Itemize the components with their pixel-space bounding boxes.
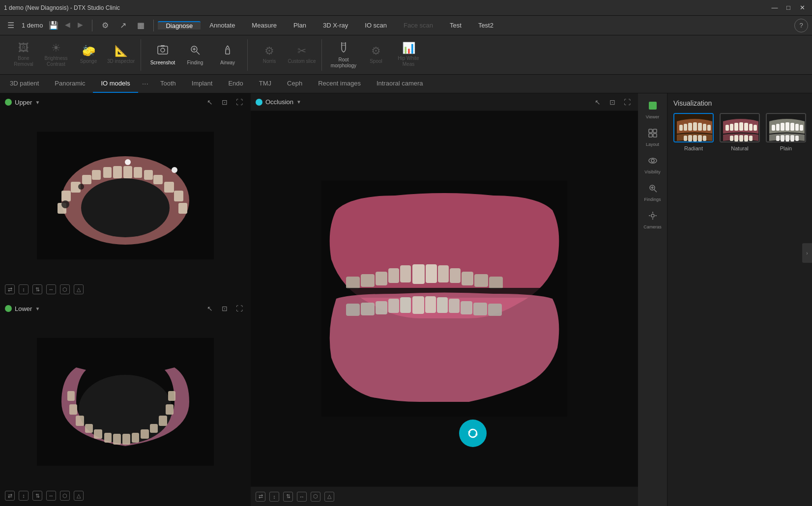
nav-tab-test[interactable]: Test (442, 21, 469, 29)
share-icon[interactable]: ↗ (116, 19, 130, 32)
bone-removal-icon: 🖼 (18, 43, 29, 54)
upper-viewer-chevron[interactable]: ▼ (35, 100, 40, 105)
lower-footer-btn-1[interactable]: ⇄ (5, 491, 15, 501)
finding-button[interactable]: Finding (179, 39, 211, 71)
sidebar-visibility-label: Visibility (644, 169, 660, 174)
brightness-button[interactable]: ☀ BrightnessContrast (40, 39, 72, 71)
tab-recent-images[interactable]: Recent images (310, 75, 369, 93)
close-button[interactable]: ✕ (796, 3, 808, 13)
window-title: 1 demo (New Diagnosis) - DTX Studio Clin… (4, 4, 120, 11)
3d-inspector-button[interactable]: 📐 3D inspector (105, 39, 137, 71)
occ-footer-btn-2[interactable]: ↕ (269, 492, 279, 502)
svg-rect-74 (649, 129, 652, 133)
occ-footer-btn-3[interactable]: ⇅ (283, 492, 293, 502)
viz-option-natural[interactable]: Natural (720, 113, 760, 151)
svg-rect-35 (104, 433, 112, 443)
bone-removal-button[interactable]: 🖼 BoneRemoval (8, 39, 39, 71)
sidebar-layout-button[interactable]: Layout (640, 125, 666, 150)
nav-tab-annotate[interactable]: Annotate (202, 21, 243, 29)
upper-footer-btn-5[interactable]: ⬡ (60, 284, 70, 294)
viz-option-radiant[interactable]: Radiant (673, 113, 714, 151)
upper-crop-button[interactable]: ⊡ (219, 96, 231, 108)
upper-viewer-content (0, 111, 250, 280)
sidebar-visibility-button[interactable]: Visibility (640, 152, 666, 178)
tab-tooth[interactable]: Tooth (152, 75, 184, 93)
nav-tab-diagnose[interactable]: Diagnose (158, 21, 201, 29)
upper-footer-btn-6[interactable]: △ (74, 284, 84, 294)
lower-footer-btn-3[interactable]: ⇅ (32, 491, 42, 501)
tab-endo[interactable]: Endo (220, 75, 251, 93)
sidebar-findings-button[interactable]: Findings (640, 180, 666, 205)
upper-fullscreen-button[interactable]: ⛶ (233, 96, 245, 108)
viz-option-plain[interactable]: Plain (766, 113, 806, 151)
upper-footer-btn-2[interactable]: ↕ (19, 284, 29, 294)
upper-viewer-dot (5, 99, 12, 106)
occlusion-footer: ⇄ ↕ ⇅ ↔ ⬡ △ (251, 486, 638, 506)
occlusion-chevron[interactable]: ▼ (296, 99, 301, 105)
maximize-button[interactable]: □ (783, 3, 794, 13)
spool-button[interactable]: ⚙ Spool (360, 39, 392, 71)
sidebar-cameras-button[interactable]: Cameras (640, 207, 666, 233)
lower-footer-btn-4[interactable]: ↔ (46, 491, 56, 501)
tab-more[interactable]: ··· (138, 75, 152, 93)
occlusion-cursor-button[interactable]: ↖ (592, 96, 604, 108)
svg-rect-117 (772, 125, 775, 131)
norris-button[interactable]: ⚙ Norris (254, 39, 285, 71)
screenshot-button[interactable]: Screenshot (147, 39, 178, 71)
occ-footer-btn-4[interactable]: ↔ (297, 492, 307, 502)
back-button[interactable]: ◀ (61, 19, 73, 30)
lower-viewer-chevron[interactable]: ▼ (35, 306, 40, 311)
lower-footer-btn-2[interactable]: ↕ (19, 491, 29, 501)
rotate-button[interactable] (459, 420, 487, 447)
svg-rect-113 (785, 122, 789, 131)
forward-button[interactable]: ▶ (74, 19, 86, 30)
lower-fullscreen-button[interactable]: ⛶ (233, 303, 245, 314)
upper-footer-btn-1[interactable]: ⇄ (5, 284, 15, 294)
nav-tab-measure[interactable]: Measure (244, 21, 285, 29)
custom-slice-button[interactable]: ✂ Custom slice (286, 39, 318, 71)
svg-rect-115 (776, 124, 780, 131)
save-button[interactable]: 💾 (47, 19, 60, 32)
collapse-right-panel-button[interactable]: › (802, 243, 812, 263)
tab-ceph[interactable]: Ceph (279, 75, 310, 93)
tab-implant[interactable]: Implant (184, 75, 221, 93)
nav-tab-plan[interactable]: Plan (286, 21, 314, 29)
lower-cursor-button[interactable]: ↖ (204, 303, 216, 314)
upper-footer-btn-4[interactable]: ↔ (46, 284, 56, 294)
title-bar: 1 demo (New Diagnosis) - DTX Studio Clin… (0, 0, 812, 16)
grid-icon[interactable]: ▦ (134, 19, 147, 32)
nav-tab-test2[interactable]: Test2 (470, 21, 501, 29)
separator2 (153, 20, 154, 31)
tab-intraoral-camera[interactable]: Intraoral camera (369, 75, 431, 93)
tab-3d-patient[interactable]: 3D patient (2, 75, 47, 93)
root-morphology-button[interactable]: Rootmorphology (328, 39, 359, 71)
hip-white-button[interactable]: 📊 Hip WhiteMeas (393, 39, 424, 71)
lower-crop-button[interactable]: ⊡ (219, 303, 231, 314)
airway-button[interactable]: Airway (212, 39, 243, 71)
hamburger-button[interactable]: ☰ (4, 19, 18, 32)
occ-footer-btn-1[interactable]: ⇄ (256, 492, 265, 502)
occlusion-fullscreen-button[interactable]: ⛶ (621, 96, 633, 108)
visualization-title: Visualization (673, 99, 806, 107)
sidebar-viewer-button[interactable]: Viewer (640, 97, 666, 123)
lower-viewer-title: Lower (15, 305, 32, 312)
occlusion-crop-button[interactable]: ⊡ (607, 96, 618, 108)
occ-footer-btn-6[interactable]: △ (324, 492, 334, 502)
tab-panoramic[interactable]: Panoramic (47, 75, 93, 93)
upper-cursor-button[interactable]: ↖ (204, 96, 216, 108)
sponge-button[interactable]: 🧽 Sponge (73, 39, 104, 71)
svg-rect-90 (703, 124, 706, 131)
lower-footer-btn-5[interactable]: ⬡ (60, 491, 70, 501)
help-button[interactable]: ? (794, 19, 808, 32)
occ-footer-btn-5[interactable]: ⬡ (311, 492, 320, 502)
lower-footer-btn-6[interactable]: △ (74, 491, 84, 501)
svg-rect-72 (488, 304, 502, 316)
upper-viewer-title: Upper (15, 99, 32, 106)
upper-footer-btn-3[interactable]: ⇅ (32, 284, 42, 294)
settings-icon[interactable]: ⚙ (98, 19, 112, 32)
minimize-button[interactable]: — (769, 3, 781, 13)
nav-tab-3dxray[interactable]: 3D X-ray (315, 21, 356, 29)
nav-tab-ioscan[interactable]: IO scan (357, 21, 395, 29)
tab-io-models[interactable]: IO models (93, 75, 138, 93)
tab-tmj[interactable]: TMJ (251, 75, 279, 93)
